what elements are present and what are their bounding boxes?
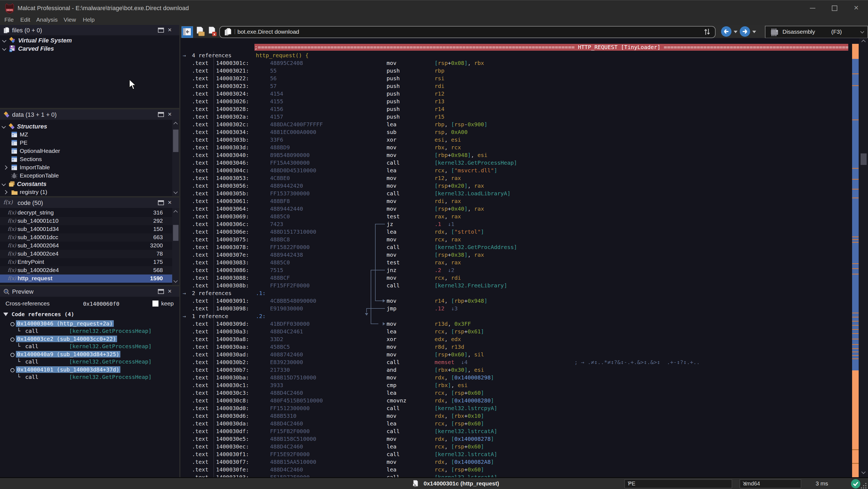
sort-icon[interactable] [704,28,711,37]
address-bar[interactable]: | bot.exe.Direct download [219,26,716,38]
disasm-row[interactable]: .text140003091:4C8BB548090000movr14, [rb… [180,297,849,305]
disasm-row[interactable]: .text140003026:4155pushr13 [180,98,849,105]
back-history-caret-icon[interactable] [734,31,738,33]
disasm-row[interactable]: .text140003022:56pushrsi [180,74,849,82]
menu-file[interactable]: File [4,17,14,23]
disasm-row[interactable]: .text14000303b:33F6xoresi, esi [180,136,849,143]
disasm-row[interactable]: .text14000304c:488D0D45310000learcx, ["m… [180,167,849,174]
disasm-row[interactable]: .text140003023:57pushrdi [180,82,849,90]
panel-layout-icon[interactable] [158,28,164,33]
scrollbar-thumb[interactable] [173,225,179,241]
disasm-row[interactable]: .text140003078:FF15822F0000call[kernel32… [180,243,849,251]
function-row-sub_140001c10[interactable]: f(x)sub_140001c10292 [0,217,172,225]
disasm-row[interactable]: .text14000309d:41BDFF030000movr13d, 0x3F… [180,320,849,328]
disasm-row[interactable]: .text140003098:E919030000jmp.12 ↓3 [180,305,849,312]
disasm-row[interactable]: .text1400030fe:488D4C2460learcx, [rsp+0x… [180,466,849,474]
disasm-row[interactable]: .text1400030b2:E839230000callmemset ↓4; … [180,358,849,366]
panel-layout-icon[interactable] [158,289,164,294]
disasm-row[interactable]: .text140003053:4C8BE0movr12, rax [180,174,849,182]
panel-close-icon[interactable]: × [168,26,172,34]
xref-address-link[interactable]: 0x1400040a9 (sub_140003d84+325) [16,351,120,358]
function-row-sub_140002ce4[interactable]: f(x)sub_140002ce478 [0,250,172,258]
menu-edit[interactable]: Edit [20,17,30,23]
disasm-row[interactable]: .text1400030a8:33D2xoredx, edx [180,335,849,343]
function-row-sub_140002de4[interactable]: f(x)sub_140002de4568 [0,266,172,274]
analysis-ok-icon[interactable] [851,479,860,488]
disasm-row[interactable]: .text14000307e:4889442438mov[rsp+0x38], … [180,251,849,259]
xref-target[interactable]: 0x1400040a9 (sub_140003d84+325) [0,351,170,358]
disasm-row[interactable]: .text14000301c:48895C2408mov[rsp+0x08], … [180,59,849,67]
disasm-row[interactable]: .text1400030c8:480F4515B0510000cmovnzrdx… [180,397,849,404]
maximize-button[interactable] [825,1,844,15]
disasm-row[interactable]: .text1400030a3:488D4C2461learcx, [rsp+0x… [180,328,849,335]
disasm-label-row[interactable]: →2 references.1: [180,289,849,297]
keep-checkbox[interactable] [152,300,158,306]
xref-target[interactable]: 0x140003ce2 (sub_140003cc0+22) [0,335,170,343]
panel-layout-icon[interactable] [158,112,164,117]
menu-help[interactable]: Help [83,17,95,23]
code-scrollbar[interactable] [172,208,179,285]
disasm-row[interactable]: .text140003083:4885C0testrax, rax [180,259,849,266]
chevron-right-icon[interactable] [3,165,8,170]
scroll-up-icon[interactable] [174,210,178,215]
minimize-button[interactable] [803,1,822,15]
disasm-row[interactable]: .text1400030da:488D4C2460learcx, [rsp+0x… [180,420,849,427]
disassembly-view[interactable]: ;=======================================… [180,38,868,477]
scrollbar-thumb[interactable] [173,130,179,152]
disasm-row[interactable]: .text14000302a:4157pushr15 [180,113,849,121]
data-item-pe[interactable]: PE [0,139,173,147]
code-references-group[interactable]: Code references (4) [11,311,74,318]
disasm-row[interactable]: .text140003034:4881EC000A0000subrsp, 0xA… [180,128,849,136]
disasm-scrollbar[interactable] [859,38,868,477]
disasm-row[interactable]: .text1400030ad:4088742460mov[rsp+0x60], … [180,351,849,358]
function-row-decrypt_string[interactable]: f(x)decrypt_string316 [0,209,172,217]
data-item-constants[interactable]: Constants [0,180,173,188]
scroll-down-icon[interactable] [174,279,178,283]
open-file-button[interactable] [195,26,206,37]
scroll-down-icon[interactable] [861,470,866,474]
data-scrollbar[interactable] [172,120,179,196]
collapse-triangle-icon[interactable] [3,313,8,316]
disasm-row[interactable]: .text14000302c:488DAC2400F7FFFFlearbp, [… [180,121,849,128]
disasm-row[interactable]: .text14000306c:7423jz.1 ↓1 [180,220,849,228]
disasm-row[interactable]: .text14000308b:FF15FF2F0000call[kernel32… [180,282,849,289]
minimap-bar[interactable] [852,44,859,477]
chevron-right-icon[interactable] [3,190,8,195]
data-item-structures[interactable]: Structures [0,123,173,131]
xref-target[interactable]: 0x140004101 (sub_140003d84+37d) [0,366,170,374]
disasm-row[interactable]: .text140003028:4156pushr14 [180,105,849,113]
close-button[interactable]: × [847,1,866,15]
menu-analysis[interactable]: Analysis [36,17,58,23]
disasm-row[interactable]: .text14000305b:FF1537300000call[kernel32… [180,190,849,197]
chevron-down-icon[interactable] [2,182,6,186]
goto-previous-file-button[interactable] [182,26,193,38]
function-row-EntryPoint[interactable]: f(x)EntryPoint175 [0,258,172,266]
disasm-row[interactable]: .text140003046:FF15A4300000call[kernel32… [180,159,849,167]
menu-view[interactable]: View [64,17,76,23]
files-item-carved-files[interactable]: Carved Files [0,45,173,53]
disasm-label-row[interactable]: →4 referenceshttp_request() { [180,52,849,59]
back-button[interactable] [721,26,732,37]
scroll-up-icon[interactable] [861,40,866,44]
panel-close-icon[interactable]: × [168,199,172,206]
disasm-row[interactable]: .text140003086:7515jnz.2 ↓2 [180,266,849,274]
xref-target[interactable]: 0x140003046 (http_request+2a) [0,320,170,328]
function-row-sub_140001dcc[interactable]: f(x)sub_140001dcc663 [0,233,172,241]
disasm-label-row[interactable]: →1 reference.2: [180,312,849,320]
address-input[interactable]: bot.exe.Direct download [238,29,299,35]
disasm-row[interactable]: .text14000303d:488BD9movrbx, rcx [180,143,849,151]
xref-address-link[interactable]: 0x140003046 (http_request+2a) [16,320,114,327]
disasm-row[interactable]: .text140003056:4889442420mov[rsp+0x20], … [180,182,849,190]
disasm-row[interactable]: .text140003103:FF15D72F0000call[kernel32… [180,474,849,477]
scrollbar-thumb[interactable] [861,154,867,165]
chevron-down-icon[interactable] [2,46,7,51]
arch-selector[interactable]: amd64 [740,480,801,488]
disasm-row[interactable]: .text140003088:488BCFmovrcx, rdi [180,274,849,282]
function-row-http_request[interactable]: f(x)http_request1590 [0,274,172,283]
data-item-registry-1-[interactable]: registry (1) [0,188,173,196]
files-item-virtual-file-system[interactable]: Virtual File System [0,36,173,45]
disasm-row[interactable]: .text1400030d0:FF1512300000call[kernel32… [180,404,849,412]
close-file-button[interactable]: x [207,26,218,37]
disasm-row[interactable]: .text1400030aa:458BC5movr8d, r13d [180,343,849,351]
disasm-row[interactable]: .text1400030b7:217330and[rbx+0x30], esi [180,366,849,374]
